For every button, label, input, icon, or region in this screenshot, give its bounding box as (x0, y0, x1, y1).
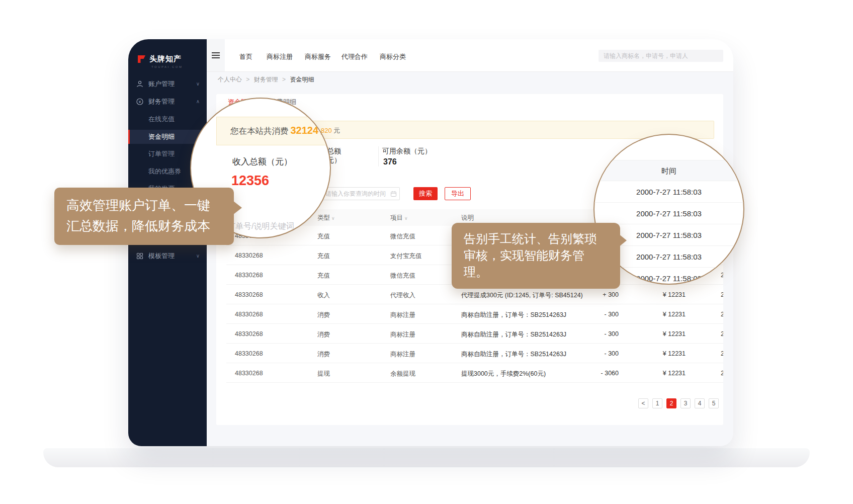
banner-amount-rest: 820 元 (321, 126, 340, 135)
cell-balance: ¥ 12231 (625, 291, 686, 298)
logo: 头牌知产 (136, 54, 182, 64)
cell-amount: - 300 (558, 330, 619, 338)
sort-caret-icon: ∨ (404, 216, 408, 221)
page-button[interactable]: 4 (695, 398, 705, 408)
cell-project: 微信充值 (390, 272, 415, 280)
callout-right: 告别手工统计、告别繁琐 审核，实现智能财务管 理。 (452, 223, 620, 289)
cell-type: 提现 (317, 370, 330, 378)
cell-order: 48330268 (235, 272, 263, 279)
page-button[interactable]: 1 (652, 398, 662, 408)
magnified-consumption-amount: 32124 (291, 125, 319, 136)
th-type[interactable]: 类型∨ (317, 214, 335, 222)
cell-amount: - 300 (558, 311, 619, 318)
chevron-down-icon: ∨ (196, 249, 200, 263)
nav-item-tm-register[interactable]: 商标注册 (267, 52, 293, 61)
magnified-time-cell: 2000-7-27 11:58:03 (594, 181, 743, 203)
cell-order: 48330268 (235, 311, 263, 318)
cell-project: 代理收入 (390, 291, 415, 300)
cell-type: 消费 (317, 330, 330, 339)
svg-text:¥: ¥ (138, 100, 141, 104)
cell-time: 2000-7-27 11:58:03 (721, 370, 723, 377)
cell-type: 充值 (317, 232, 330, 241)
cell-balance: ¥ 12231 (625, 350, 686, 357)
cell-amount: - 300 (558, 350, 619, 357)
sidebar-item-template[interactable]: 模板管理 ∨ (128, 249, 207, 263)
cell-order: 48330268 (235, 291, 263, 298)
page-button[interactable]: 5 (709, 398, 719, 408)
cell-time: 2000-7-27 11:58:03 (721, 350, 723, 357)
page-button[interactable]: 3 (680, 398, 691, 408)
income-value: 12356 (231, 173, 269, 189)
magnified-keyword-placeholder: 订单号/说明关键词 (227, 221, 294, 232)
breadcrumb: 个人中心 > 财务管理 > 资金明细 (218, 75, 314, 84)
cell-order: 48330268 (235, 370, 263, 377)
cell-project: 余额提现 (390, 370, 415, 378)
page-button[interactable]: 2 (666, 398, 676, 408)
top-nav: 首页 商标注册 商标服务 代理合作 商标分类 (207, 39, 733, 72)
cell-project: 支付宝充值 (390, 252, 422, 261)
sidebar-item-finance[interactable]: ¥ 财务管理 ∧ (128, 95, 207, 109)
cell-order: 48330268 (235, 350, 263, 357)
hamburger-menu-icon[interactable] (212, 52, 220, 60)
stat-divider (378, 146, 379, 166)
callout-left-arrow (233, 201, 242, 215)
export-button[interactable]: 导出 (445, 187, 471, 200)
pagination: < 1 2 3 4 5 (638, 398, 719, 408)
callout-line: 告别手工统计、告别繁琐 (464, 230, 620, 247)
search-button[interactable]: 搜索 (413, 187, 438, 200)
chevron-up-icon: ∧ (196, 95, 200, 109)
table-row: 48330268 提现 余额提现 提现3000元，手续费2%(60元) - 30… (216, 363, 723, 383)
sort-caret-icon: ∨ (331, 216, 335, 221)
finance-icon: ¥ (136, 98, 144, 106)
callout-line: 审核，实现智能财务管 (464, 247, 620, 264)
nav-item-tm-category[interactable]: 商标分类 (380, 52, 406, 61)
cell-balance: ¥ 12231 (625, 330, 686, 338)
logo-title: 头牌知产 (149, 54, 182, 64)
nav-item-agency[interactable]: 代理合作 (342, 52, 368, 61)
cell-time: 2000-7-27 11:58:03 (721, 291, 723, 298)
date-query-input[interactable] (321, 187, 400, 200)
prev-page-button[interactable]: < (638, 398, 648, 408)
nav-item-home[interactable]: 首页 (239, 52, 252, 61)
cell-time: 2000-7-27 11:58:03 (721, 311, 723, 318)
sidebar-item-account[interactable]: 账户管理 ∨ (128, 77, 207, 91)
cell-type: 消费 (317, 311, 330, 319)
cell-balance: ¥ 12231 (625, 370, 686, 377)
cell-time: 2000-7-27 11:58:03 (721, 272, 723, 279)
calendar-icon (390, 191, 397, 197)
table-row: 48330268 消费 商标注册 商标自助注册，订单号：SB2514263J -… (216, 304, 723, 324)
cell-desc: 商标自助注册，订单号：SB2514263J (461, 330, 566, 339)
cell-time: 2000-7-27 11:58:03 (721, 330, 723, 338)
cell-order: 48330268 (235, 252, 263, 259)
sidebar-item-online-recharge[interactable]: 在线充值 (128, 112, 207, 126)
th-project[interactable]: 项目∨ (390, 214, 408, 222)
balance-value: 376 (383, 157, 397, 166)
search-input[interactable] (599, 50, 723, 62)
magnified-time-cell: 2000-7-27 11:58:03 (594, 203, 743, 224)
callout-left: 高效管理账户订单、一键 汇总数据，降低财务成本 (54, 188, 234, 245)
cell-desc: 商标自助注册，订单号：SB2514263J (461, 311, 566, 319)
template-icon (136, 252, 144, 260)
cell-desc: 商标自助注册，订单号：SB2514263J (461, 350, 566, 359)
cell-amount: - 3060 (558, 370, 619, 377)
user-icon (136, 80, 144, 88)
magnified-banner-text: 您在本站共消费32124元 (230, 125, 329, 137)
cell-type: 收入 (317, 291, 330, 300)
callout-line: 高效管理账户订单、一键 (66, 195, 234, 216)
magnified-time-header: 时间 (594, 160, 743, 181)
callout-right-arrow (619, 234, 627, 247)
nav-item-tm-service[interactable]: 商标服务 (305, 52, 331, 61)
laptop-base (43, 448, 810, 467)
logo-flag-icon (136, 55, 146, 63)
cell-project: 微信充值 (390, 232, 415, 241)
balance-label: 可用余额（元） (382, 147, 432, 156)
table-row: 48330268 消费 商标注册 商标自助注册，订单号：SB2514263J -… (216, 324, 723, 344)
chevron-down-icon: ∨ (196, 77, 200, 91)
logo-subtitle: TOUPAI.COM (151, 65, 183, 68)
table-row: 48330268 消费 商标注册 商标自助注册，订单号：SB2514263J -… (216, 344, 723, 363)
cell-project: 商标注册 (390, 330, 415, 339)
cell-type: 充值 (317, 272, 330, 280)
cell-type: 消费 (317, 350, 330, 359)
cell-project: 商标注册 (390, 311, 415, 319)
cell-balance: ¥ 12231 (625, 311, 686, 318)
